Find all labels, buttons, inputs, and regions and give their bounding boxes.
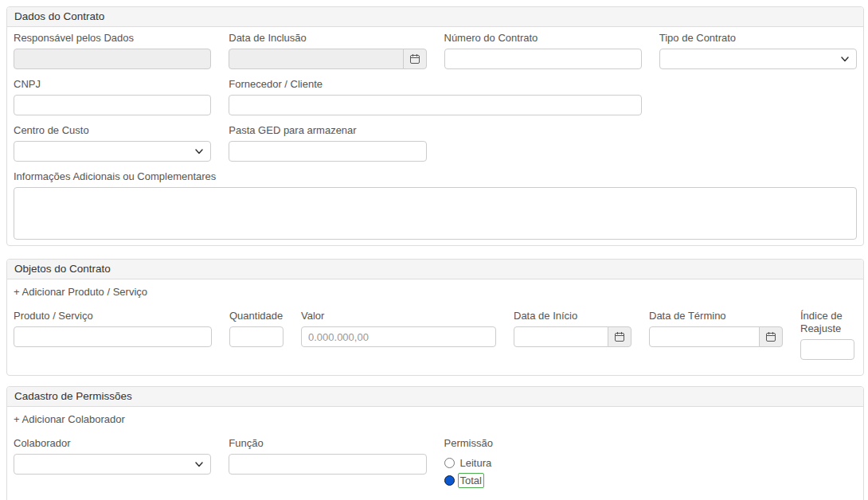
total-radio[interactable] <box>444 475 455 486</box>
panel-permissoes-title: Cadastro de Permissões <box>14 390 132 402</box>
data-inicio-calendar-button[interactable] <box>608 326 631 347</box>
informacoes-adicionais-field: Informações Adicionais ou Complementares <box>14 170 857 240</box>
funcao-input[interactable] <box>229 454 426 475</box>
fornecedor-cliente-input[interactable] <box>229 95 642 115</box>
produto-servico-input[interactable] <box>14 326 212 347</box>
panel-permissoes-body: + Adicionar Colaborador Colaborador Funç… <box>7 407 863 499</box>
indice-reajuste-field: Índice de Reajuste <box>800 310 854 360</box>
indice-reajuste-label: Índice de Reajuste <box>800 310 854 335</box>
quantidade-input[interactable] <box>229 326 283 347</box>
panel-objetos-do-contrato: Objetos do Contrato + Adicionar Produto … <box>6 259 864 376</box>
permissao-field: Permissão Leitura Total <box>444 437 642 491</box>
data-termino-field: Data de Término <box>649 310 783 347</box>
data-inicio-input[interactable] <box>514 326 608 347</box>
numero-contrato-input[interactable] <box>444 49 642 69</box>
colaborador-select[interactable] <box>14 454 211 475</box>
permissao-label: Permissão <box>444 437 642 450</box>
indice-reajuste-input[interactable] <box>800 339 854 360</box>
panel-dados-do-contrato: Dados do Contrato Responsável pelos Dado… <box>6 6 864 246</box>
pasta-ged-label: Pasta GED para armazenar <box>229 124 426 137</box>
add-produto-servico-link[interactable]: + Adicionar Produto / Serviço <box>14 286 147 299</box>
data-inclusao-input <box>229 49 403 69</box>
responsavel-label: Responsável pelos Dados <box>14 32 211 45</box>
panel-objetos-title: Objetos do Contrato <box>14 263 111 275</box>
centro-custo-field: Centro de Custo <box>14 124 211 162</box>
panel-permissoes-heading: Cadastro de Permissões <box>7 387 863 407</box>
numero-contrato-field: Número do Contrato <box>444 32 642 69</box>
produto-servico-label: Produto / Serviço <box>14 310 212 322</box>
total-radio-option[interactable]: Total <box>444 473 642 488</box>
leitura-radio-option[interactable]: Leitura <box>444 456 642 470</box>
data-termino-calendar-button[interactable] <box>759 326 783 347</box>
calendar-icon <box>409 53 420 64</box>
valor-field: Valor <box>301 310 496 347</box>
valor-input[interactable] <box>301 326 496 347</box>
fornecedor-cliente-label: Fornecedor / Cliente <box>229 78 642 91</box>
quantidade-label: Quantidade <box>229 310 283 322</box>
total-radio-label[interactable]: Total <box>458 473 484 488</box>
tipo-contrato-select[interactable] <box>659 49 857 69</box>
informacoes-adicionais-label: Informações Adicionais ou Complementares <box>14 170 857 183</box>
data-inclusao-label: Data de Inclusão <box>229 32 426 45</box>
numero-contrato-label: Número do Contrato <box>444 32 642 45</box>
calendar-icon <box>765 331 776 342</box>
quantidade-field: Quantidade <box>229 310 283 347</box>
responsavel-input <box>14 49 211 69</box>
fornecedor-cliente-field: Fornecedor / Cliente <box>229 78 642 115</box>
centro-custo-select[interactable] <box>14 141 211 162</box>
panel-objetos-body: + Adicionar Produto / Serviço Produto / … <box>7 279 863 368</box>
add-colaborador-link[interactable]: + Adicionar Colaborador <box>14 413 125 426</box>
panel-dados-heading: Dados do Contrato <box>7 7 863 27</box>
colaborador-label: Colaborador <box>14 437 211 450</box>
leitura-radio[interactable] <box>444 458 455 468</box>
panel-cadastro-de-permissoes: Cadastro de Permissões + Adicionar Colab… <box>6 386 864 500</box>
data-inicio-label: Data de Início <box>514 310 631 322</box>
data-inclusao-field: Data de Inclusão <box>229 32 426 69</box>
cnpj-label: CNPJ <box>14 78 211 91</box>
panel-objetos-heading: Objetos do Contrato <box>7 260 863 279</box>
funcao-field: Função <box>229 437 426 491</box>
data-inclusao-calendar-button[interactable] <box>403 49 427 69</box>
data-termino-label: Data de Término <box>649 310 783 322</box>
tipo-contrato-label: Tipo de Contrato <box>659 32 857 45</box>
leitura-radio-label[interactable]: Leitura <box>460 456 492 470</box>
pasta-ged-field: Pasta GED para armazenar <box>229 124 426 162</box>
tipo-contrato-field: Tipo de Contrato <box>659 32 857 69</box>
produto-servico-field: Produto / Serviço <box>14 310 212 347</box>
informacoes-adicionais-textarea[interactable] <box>14 187 857 240</box>
data-termino-input[interactable] <box>649 326 760 347</box>
data-inicio-field: Data de Início <box>514 310 631 347</box>
colaborador-field: Colaborador <box>14 437 211 491</box>
centro-custo-label: Centro de Custo <box>14 124 211 137</box>
cnpj-field: CNPJ <box>14 78 211 115</box>
valor-label: Valor <box>301 310 496 322</box>
cnpj-input[interactable] <box>14 95 211 115</box>
funcao-label: Função <box>229 437 426 450</box>
panel-dados-title: Dados do Contrato <box>14 10 104 22</box>
pasta-ged-input[interactable] <box>229 141 426 162</box>
responsavel-field: Responsável pelos Dados <box>14 32 211 69</box>
calendar-icon <box>614 331 625 342</box>
panel-dados-body: Responsável pelos Dados Data de Inclusão <box>7 27 863 248</box>
